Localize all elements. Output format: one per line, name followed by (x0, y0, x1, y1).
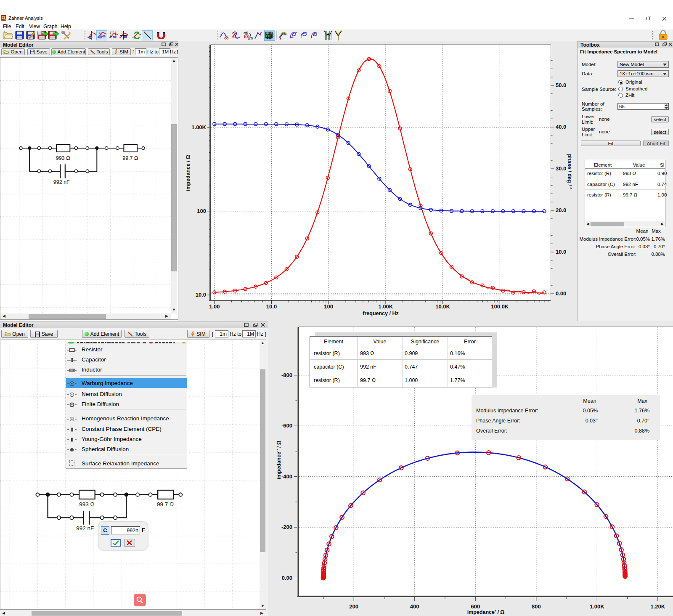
svg-text:1.00: 1.00 (209, 303, 220, 310)
svg-text:10.0: 10.0 (266, 303, 277, 310)
svg-text:50.0: 50.0 (556, 82, 566, 88)
svg-text:frequency / Hz: frequency / Hz (363, 311, 398, 316)
svg-text:0.00: 0.00 (282, 575, 292, 581)
svg-text:30.0: 30.0 (556, 165, 566, 172)
svg-text:phase / deg / °: phase / deg / ° (567, 154, 572, 189)
svg-text:993 Ω: 993 Ω (56, 155, 70, 161)
svg-text:1.00K: 1.00K (191, 124, 206, 130)
svg-text:992 nF: 992 nF (53, 179, 70, 185)
svg-text:400: 400 (410, 603, 419, 610)
svg-text:1.20K: 1.20K (650, 603, 665, 610)
svg-text:z(f): z(f) (248, 37, 253, 40)
svg-text:10.0K: 10.0K (435, 303, 450, 310)
svg-text:-800: -800 (281, 372, 292, 378)
svg-text:-400: -400 (281, 473, 292, 480)
svg-text:0.00: 0.00 (556, 290, 566, 297)
svg-text:20.0: 20.0 (556, 207, 566, 213)
svg-text:1.00K: 1.00K (379, 303, 393, 310)
svg-text:100: 100 (197, 208, 206, 214)
svg-text:impedance'' / Ω: impedance'' / Ω (276, 441, 282, 479)
svg-text:I: I (313, 31, 315, 35)
svg-text:100.0K: 100.0K (491, 303, 509, 310)
svg-text:100: 100 (324, 303, 333, 310)
svg-text:99.7 Ω: 99.7 Ω (122, 155, 138, 161)
svg-text:993 Ω: 993 Ω (79, 501, 94, 507)
svg-text:-200: -200 (281, 524, 292, 530)
svg-text:10.0: 10.0 (196, 292, 206, 298)
svg-text:1.00K: 1.00K (590, 603, 604, 610)
svg-text:992 nF: 992 nF (76, 525, 94, 531)
svg-text:99.7 Ω: 99.7 Ω (157, 501, 174, 507)
svg-text:-600: -600 (281, 422, 292, 429)
svg-text:10.0: 10.0 (556, 249, 566, 255)
svg-text:200: 200 (349, 603, 358, 610)
svg-text:600: 600 (471, 603, 480, 610)
svg-text:impedance' / Ω: impedance' / Ω (467, 609, 505, 615)
svg-text:800: 800 (532, 603, 541, 610)
svg-text:impedance / Ω: impedance / Ω (185, 155, 191, 191)
svg-text:FIT: FIT (266, 34, 271, 38)
svg-text:40.0: 40.0 (556, 124, 566, 130)
